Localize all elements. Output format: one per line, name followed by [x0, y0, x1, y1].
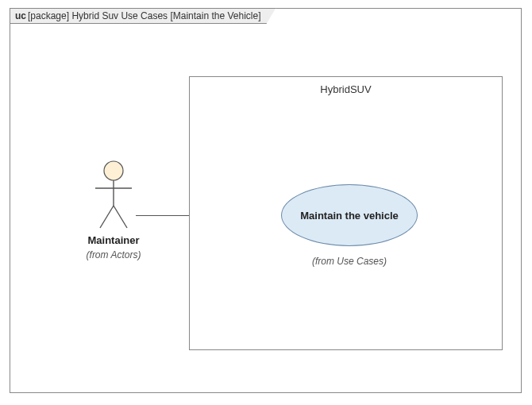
actor-stick-figure-icon — [94, 160, 133, 231]
frame-kind: uc — [15, 10, 26, 21]
svg-line-4 — [114, 206, 127, 228]
actor-from-label: (from Actors) — [78, 249, 149, 262]
svg-line-3 — [100, 206, 114, 228]
svg-point-0 — [104, 161, 123, 180]
use-case-name: Maintain the vehicle — [300, 210, 399, 222]
use-case-from-label: (from Use Cases) — [281, 256, 418, 267]
system-boundary-title: HybridSUV — [190, 77, 502, 95]
diagram-frame: uc[package] Hybrid Suv Use Cases [Mainta… — [10, 8, 522, 393]
frame-title: [package] Hybrid Suv Use Cases [Maintain… — [28, 10, 260, 21]
system-boundary: HybridSUV Maintain the vehicle (from Use… — [189, 76, 503, 350]
actor-name: Maintainer — [78, 234, 149, 246]
actor: Maintainer (from Actors) — [78, 160, 149, 262]
use-case-ellipse: Maintain the vehicle — [281, 184, 418, 246]
frame-tab: uc[package] Hybrid Suv Use Cases [Mainta… — [10, 8, 276, 24]
